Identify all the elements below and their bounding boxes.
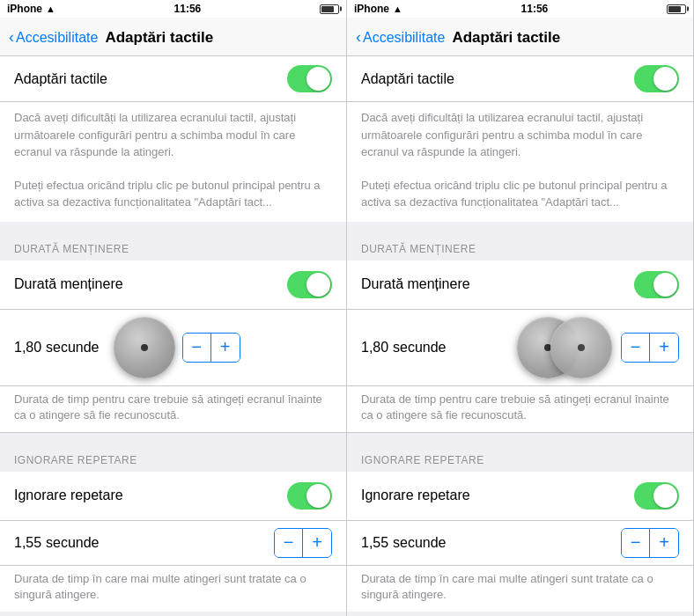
main-desc2-left: Puteți efectua oricând triplu clic pe bu… (14, 177, 332, 211)
double-knob-right[interactable] (517, 317, 614, 378)
main-toggle-label-left: Adaptări tactile (14, 71, 107, 87)
section-durata-header-left: DURATĂ MENȚINERE (0, 229, 346, 260)
main-toggle-left[interactable] (287, 65, 332, 92)
durata-desc-right: Durata de timp pentru care trebuie să at… (347, 386, 693, 433)
content-right: Adaptări tactile Dacă aveți dificultăți … (347, 56, 693, 616)
durata-stepper-buttons-right: − + (621, 333, 679, 363)
main-desc2-right: Puteți efectua oricând triplu clic pe bu… (361, 177, 679, 211)
ignorare-value-right: 1,55 (361, 535, 393, 551)
durata-unit-right: secunde (393, 340, 447, 356)
ignorare-minus-right[interactable]: − (622, 529, 650, 557)
durata-minus-right[interactable]: − (622, 334, 650, 362)
main-toggle-row-right: Adaptări tactile (347, 56, 693, 102)
battery-icon-right (667, 4, 686, 14)
main-desc-right: Dacă aveți dificultăți la utilizarea ecr… (347, 102, 693, 229)
section-durata-right: Durată menținere 1,80 secunde − (347, 260, 693, 433)
knob-dot-2-right (578, 344, 585, 351)
durata-desc-left: Durata de timp pentru care trebuie să at… (0, 386, 346, 433)
durata-unit-left: secunde (46, 340, 100, 356)
nav-title-right: Adaptări tactile (452, 29, 560, 47)
carrier-left: iPhone (7, 3, 42, 15)
section-ignorare-header-left: IGNORARE REPETARE (0, 440, 346, 472)
durata-value-right: 1,80 (361, 340, 393, 356)
ignorare-toggle-row-right: Ignorare repetare (347, 472, 693, 521)
status-bar-right: iPhone ▲ 11:56 (347, 0, 693, 18)
carrier-right: iPhone (354, 3, 389, 15)
durata-toggle-row-left: Durată menținere (0, 260, 346, 310)
ignorare-toggle-left[interactable] (287, 482, 332, 510)
ignorare-desc-left: Durata de timp în care mai multe atinger… (0, 566, 346, 612)
durata-stepper-row-left: 1,80 secunde − + (0, 310, 346, 386)
main-desc1-right: Dacă aveți dificultăți la utilizarea ecr… (361, 109, 679, 161)
section-ignorare-right: Ignorare repetare 1,55 secunde − + Durat… (347, 472, 693, 612)
durata-knob-left[interactable] (114, 317, 175, 378)
main-desc-left: Dacă aveți dificultăți la utilizarea ecr… (0, 102, 346, 229)
content-left: Adaptări tactile Dacă aveți dificultăți … (0, 56, 346, 616)
wifi-icon-right: ▲ (393, 4, 402, 14)
durata-plus-right[interactable]: + (650, 334, 678, 362)
chevron-left-icon-right: ‹ (356, 29, 361, 45)
ignorare-unit-left: secunde (46, 535, 100, 551)
ignorare-desc-right: Durata de timp în care mai multe atinger… (347, 566, 693, 612)
section-durata-header-right: DURATĂ MENȚINERE (347, 229, 693, 260)
ignorare-stepper-row-left: 1,55 secunde − + (0, 521, 346, 566)
durata-plus-left[interactable]: + (211, 334, 240, 362)
durata-value-left: 1,80 (14, 340, 46, 356)
section-ignorare-header-right: IGNORARE REPETARE (347, 440, 693, 472)
durata-stepper-buttons-left: − + (182, 333, 240, 363)
ignorare-label-left: Ignorare repetare (14, 488, 123, 503)
durata-minus-left[interactable]: − (183, 334, 211, 362)
ignorare-minus-left[interactable]: − (275, 529, 303, 557)
time-right: 11:56 (521, 3, 549, 15)
back-label-left: Accesibilitate (16, 30, 98, 46)
left-panel: iPhone ▲ 11:56 ‹ Accesibilitate Adaptări… (0, 0, 347, 616)
ignorare-plus-right[interactable]: + (650, 529, 678, 557)
status-bar-left: iPhone ▲ 11:56 (0, 0, 346, 18)
main-toggle-right[interactable] (634, 65, 679, 92)
nav-bar-right: ‹ Accesibilitate Adaptări tactile (347, 18, 693, 56)
ignorare-toggle-right[interactable] (634, 482, 679, 510)
main-desc1-left: Dacă aveți dificultăți la utilizarea ecr… (14, 109, 332, 161)
section-durata-left: Durată menținere 1,80 secunde − + Durata… (0, 260, 346, 433)
back-label-right: Accesibilitate (363, 30, 445, 46)
durata-toggle-right[interactable] (634, 271, 679, 298)
knob-dot-left (141, 344, 148, 351)
section-ignorare-left: Ignorare repetare 1,55 secunde − + Durat… (0, 472, 346, 612)
back-button-left[interactable]: ‹ Accesibilitate (9, 30, 98, 46)
ignorare-stepper-buttons-left: − + (274, 528, 332, 558)
nav-bar-left: ‹ Accesibilitate Adaptări tactile (0, 18, 346, 56)
chevron-left-icon: ‹ (9, 29, 14, 45)
wifi-icon-left: ▲ (46, 4, 55, 14)
knob-right-right (550, 317, 612, 378)
durata-stepper-row-right: 1,80 secunde − + (347, 310, 693, 386)
right-panel: iPhone ▲ 11:56 ‹ Accesibilitate Adaptări… (347, 0, 694, 616)
ignorare-toggle-row-left: Ignorare repetare (0, 472, 346, 521)
ignorare-unit-right: secunde (393, 535, 447, 551)
durata-label-left: Durată menținere (14, 276, 123, 292)
durata-toggle-left[interactable] (287, 271, 332, 298)
ignorare-stepper-row-right: 1,55 secunde − + (347, 521, 693, 566)
main-toggle-row-left: Adaptări tactile (0, 56, 346, 102)
ignorare-label-right: Ignorare repetare (361, 488, 470, 503)
battery-icon-left (320, 4, 339, 14)
nav-title-left: Adaptări tactile (105, 29, 213, 47)
back-button-right[interactable]: ‹ Accesibilitate (356, 30, 445, 46)
time-left: 11:56 (174, 3, 202, 15)
ignorare-plus-left[interactable]: + (303, 529, 331, 557)
main-toggle-label-right: Adaptări tactile (361, 71, 454, 87)
ignorare-stepper-buttons-right: − + (621, 528, 679, 558)
durata-toggle-row-right: Durată menținere (347, 260, 693, 310)
durata-label-right: Durată menținere (361, 276, 470, 292)
ignorare-value-left: 1,55 (14, 535, 46, 551)
